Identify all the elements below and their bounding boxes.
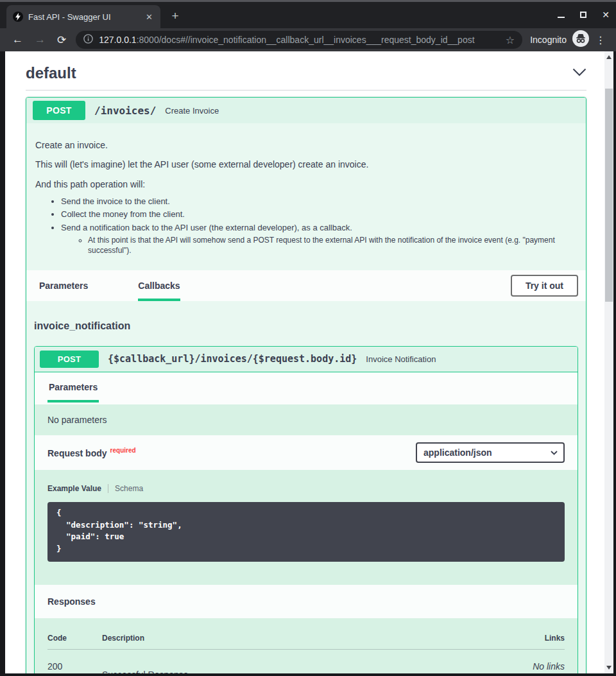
tab-schema[interactable]: Schema [115,484,143,493]
operation-summary: Create Invoice [165,106,219,116]
section-title: default [26,64,76,82]
responses-table-header: Code Description Links [47,634,565,650]
fastapi-favicon-icon [13,12,23,22]
list-item: Send the invoice to the client. [61,196,577,207]
bookmark-star-icon[interactable]: ☆ [506,34,515,46]
description-paragraph: Create an invoice. [35,139,577,152]
address-bar[interactable]: 127.0.0.1:8000/docs#//invoice_notificati… [76,31,522,49]
post-method-badge: POST [40,351,99,368]
response-description: Successful Response [102,650,520,673]
tab-close-icon[interactable]: ✕ [144,12,154,22]
callback-name: invoice_notification [34,320,578,332]
site-info-icon[interactable] [83,34,93,46]
media-type-select[interactable]: application/json [416,442,565,463]
swagger-content: default POST /invoices/ Create Invoice C… [5,51,604,673]
required-badge: required [110,447,136,454]
opblock-summary[interactable]: POST /invoices/ Create Invoice [26,98,586,123]
window-close-button[interactable]: ✕ [602,10,610,19]
scroll-up-arrow-icon[interactable] [604,53,613,62]
responses-header: Responses [35,585,578,618]
request-body-model: Example Value Schema { "description": "s… [35,470,578,585]
minimize-button[interactable] [558,17,565,18]
browser-tab[interactable]: Fast API - Swagger UI ✕ [6,5,160,28]
post-invoices-opblock: POST /invoices/ Create Invoice Create an… [26,97,586,673]
response-links: No links [520,650,565,673]
try-it-out-button[interactable]: Try it out [511,275,578,297]
tab-callbacks[interactable]: Callbacks [138,270,180,301]
forward-icon[interactable]: → [29,33,51,46]
example-code-block: { "description": "string", "paid": true … [47,502,565,562]
callbacks-section: invoice_notification POST {$callback_url… [26,301,586,673]
list-item: Send a notification back to the API user… [61,222,577,256]
tab-example-value[interactable]: Example Value [47,484,101,493]
browser-toolbar: ← → ⟳ 127.0.0.1:8000/docs#//invoice_noti… [0,28,616,51]
description-paragraph: And this path operation will: [35,178,577,191]
description-sublist: At this point is that the API will someh… [61,235,577,256]
request-body-header: Request bodyrequired application/json [35,435,578,470]
table-row: 200 Successful Response No links [47,650,565,673]
response-code: 200 [47,650,102,673]
header-links: Links [520,634,565,643]
operation-tab-header: Parameters Callbacks Try it out [26,270,586,301]
header-code: Code [47,634,102,643]
operation-description: Create an invoice. This will (let's imag… [26,123,586,270]
no-parameters-row: No parameters [35,404,578,435]
callback-summary[interactable]: POST {$callback_url}/invoices/{$request.… [35,347,578,372]
url-path: :8000/docs#//invoice_notification__callb… [137,35,475,45]
callback-tab-header: Parameters [35,372,578,404]
tab-separator [108,484,108,493]
list-item: At this point is that the API will someh… [88,235,563,256]
browser-menu-icon[interactable]: ⋮ [595,34,606,46]
callback-path: {$callback_url}/invoices/{$request.body.… [108,353,357,365]
operation-path: /invoices/ [94,105,156,117]
new-tab-button[interactable]: + [167,8,184,25]
page-scrollbar[interactable] [604,51,613,673]
callback-opblock: POST {$callback_url}/invoices/{$request.… [34,346,578,673]
incognito-icon [572,30,589,49]
description-list: Send the invoice to the client. Collect … [35,196,577,256]
url-host: 127.0.0.1 [99,35,136,45]
chevron-down-icon [551,451,558,455]
header-description: Description [102,634,520,643]
post-method-badge: POST [33,101,85,120]
back-icon[interactable]: ← [6,33,29,46]
scrollbar-thumb[interactable] [605,89,613,302]
section-collapse-chevron-icon[interactable] [572,67,586,79]
tab-parameters[interactable]: Parameters [39,270,88,301]
callback-summary-text: Invoice Notification [366,354,436,364]
tab-strip: Fast API - Swagger UI ✕ + ✕ [0,2,616,28]
page-viewport: default POST /invoices/ Create Invoice C… [5,51,613,673]
tab-title: Fast API - Swagger UI [28,12,139,22]
section-divider [26,90,586,91]
request-body-label: Request bodyrequired [47,447,136,458]
responses-table: Code Description Links 200 Successful Re… [35,618,578,673]
maximize-button[interactable] [580,12,586,18]
description-paragraph: This will (let's imagine) let the API us… [35,158,577,171]
url-text[interactable]: 127.0.0.1:8000/docs#//invoice_notificati… [99,35,500,45]
scroll-down-arrow-icon[interactable] [604,663,613,672]
incognito-label: Incognito [530,35,567,45]
browser-window: Fast API - Swagger UI ✕ + ✕ ← → ⟳ 127.0.… [0,0,616,676]
list-item: Collect the money from the client. [61,209,577,220]
reload-icon[interactable]: ⟳ [51,33,72,47]
tab-parameters[interactable]: Parameters [47,382,99,403]
